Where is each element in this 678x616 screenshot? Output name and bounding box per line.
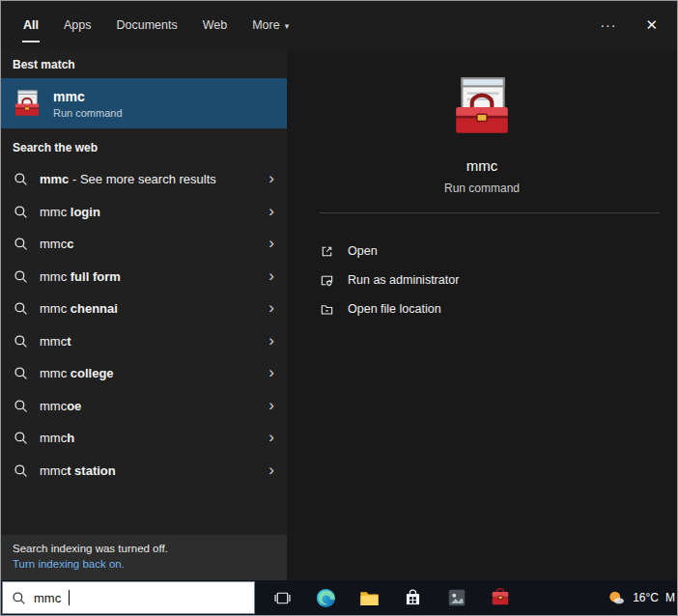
tab-web[interactable]: Web <box>190 1 240 49</box>
toolbox-app-button[interactable] <box>478 580 522 615</box>
preview-panel: mmc Run command Open Run as administrato… <box>287 49 677 580</box>
action-open-file-location[interactable]: Open file location <box>320 294 677 323</box>
task-view-icon <box>272 588 293 608</box>
suggestion-row[interactable]: mmcoe › <box>1 390 287 423</box>
preview-title: mmc <box>466 157 498 174</box>
search-web-header: Search the web <box>1 128 287 163</box>
admin-shield-icon <box>320 273 334 288</box>
window-controls: ··· ✕ <box>600 1 677 49</box>
suggestion-text: mmc login <box>40 205 100 219</box>
store-button[interactable] <box>391 580 435 615</box>
pinned-app-button[interactable] <box>435 580 478 615</box>
best-match-title: mmc <box>53 89 123 104</box>
suggestion-row[interactable]: mmc full form › <box>1 261 287 294</box>
tab-bar: All Apps Documents Web More▾ ··· ✕ <box>1 1 677 49</box>
store-icon <box>403 588 423 608</box>
weather-temp: 16°C <box>633 591 659 604</box>
chevron-right-icon: › <box>268 235 274 253</box>
search-filter-tabs: All Apps Documents Web More▾ <box>1 1 301 49</box>
search-icon <box>14 463 28 478</box>
text-caret <box>69 590 70 605</box>
best-match-text: mmc Run command <box>53 89 123 119</box>
file-explorer-icon <box>358 587 381 609</box>
taskbar: mmc <box>1 580 677 615</box>
suggestion-row[interactable]: mmct › <box>1 325 287 358</box>
suggestion-text: mmc full form <box>40 269 121 284</box>
mmc-toolbox-icon <box>13 89 42 118</box>
search-icon <box>14 399 28 413</box>
weather-sun-icon <box>607 588 626 607</box>
indexing-link[interactable]: Turn indexing back on. <box>13 558 125 570</box>
photos-app-icon <box>446 587 467 608</box>
tab-all[interactable]: All <box>11 1 51 49</box>
search-icon <box>14 237 28 251</box>
preview-head: mmc Run command <box>287 49 677 195</box>
weather-widget[interactable]: 16°C M <box>607 588 677 607</box>
suggestion-text: mmch <box>40 431 74 445</box>
suggestion-text: mmc - See more search results <box>40 172 216 186</box>
weather-label: M <box>665 591 675 604</box>
action-list: Open Run as administrator Open file loca… <box>287 237 677 323</box>
tab-more[interactable]: More▾ <box>240 1 301 49</box>
action-run-as-administrator[interactable]: Run as administrator <box>320 266 677 294</box>
task-view-button[interactable] <box>261 580 304 615</box>
action-label: Open file location <box>348 302 441 316</box>
tab-all-label: All <box>23 18 39 32</box>
best-match-item[interactable]: mmc Run command <box>1 78 287 128</box>
chevron-right-icon: › <box>268 299 274 318</box>
chevron-right-icon: › <box>268 267 274 286</box>
divider <box>320 212 660 213</box>
suggestion-row[interactable]: mmc - See more search results › <box>1 163 287 196</box>
suggestion-row[interactable]: mmch › <box>1 422 287 455</box>
search-icon <box>14 205 28 219</box>
chevron-right-icon: › <box>268 462 274 480</box>
file-explorer-button[interactable] <box>348 580 391 615</box>
search-query-text: mmc <box>34 591 61 605</box>
suggestion-text: mmcc <box>40 237 73 251</box>
suggestion-row[interactable]: mmcc › <box>1 228 287 261</box>
tab-apps-label: Apps <box>64 18 92 32</box>
suggestion-text: mmcoe <box>40 399 81 413</box>
search-icon <box>14 301 28 316</box>
chevron-right-icon: › <box>268 203 274 221</box>
action-open[interactable]: Open <box>320 237 677 266</box>
suggestion-row[interactable]: mmc college › <box>1 357 287 390</box>
chevron-right-icon: › <box>268 364 274 382</box>
results-panel: Best match mmc Run command Search the we… <box>1 49 287 580</box>
tab-web-label: Web <box>203 18 227 32</box>
search-icon <box>14 172 28 186</box>
best-match-header: Best match <box>1 49 287 78</box>
toolbox-app-icon <box>490 587 511 608</box>
edge-button[interactable] <box>304 580 348 615</box>
suggestion-text: mmct <box>40 334 71 349</box>
suggestion-row[interactable]: mmct station › <box>1 455 287 488</box>
search-input[interactable]: mmc <box>2 581 255 614</box>
suggestion-text: mmc college <box>40 366 114 380</box>
tab-more-label: More <box>252 18 279 32</box>
indexing-notice: Search indexing was turned off. <box>13 543 275 554</box>
search-icon <box>14 366 28 380</box>
chevron-down-icon: ▾ <box>285 19 290 31</box>
folder-location-icon <box>320 302 334 317</box>
search-flyout-window: All Apps Documents Web More▾ ··· ✕ Best … <box>0 0 678 616</box>
preview-subtitle: Run command <box>444 182 520 195</box>
suggestion-row[interactable]: mmc login › <box>1 196 287 229</box>
tab-apps[interactable]: Apps <box>51 1 104 49</box>
indexing-notice-bar: Search indexing was turned off. Turn ind… <box>1 535 287 580</box>
tab-documents[interactable]: Documents <box>103 1 189 49</box>
edge-icon <box>315 587 337 609</box>
search-icon <box>12 591 26 605</box>
chevron-right-icon: › <box>268 397 274 415</box>
chevron-right-icon: › <box>268 332 274 350</box>
best-match-subtitle: Run command <box>53 107 123 119</box>
suggestion-text: mmct station <box>40 463 116 478</box>
suggestion-row[interactable]: mmc chennai › <box>1 293 287 325</box>
search-icon <box>14 431 28 445</box>
options-ellipsis-button[interactable]: ··· <box>600 17 616 33</box>
chevron-right-icon: › <box>268 170 274 188</box>
close-icon[interactable]: ✕ <box>645 16 658 34</box>
search-icon <box>14 269 28 284</box>
tab-documents-label: Documents <box>116 18 177 32</box>
suggestion-text: mmc chennai <box>40 301 118 316</box>
search-icon <box>14 334 28 349</box>
